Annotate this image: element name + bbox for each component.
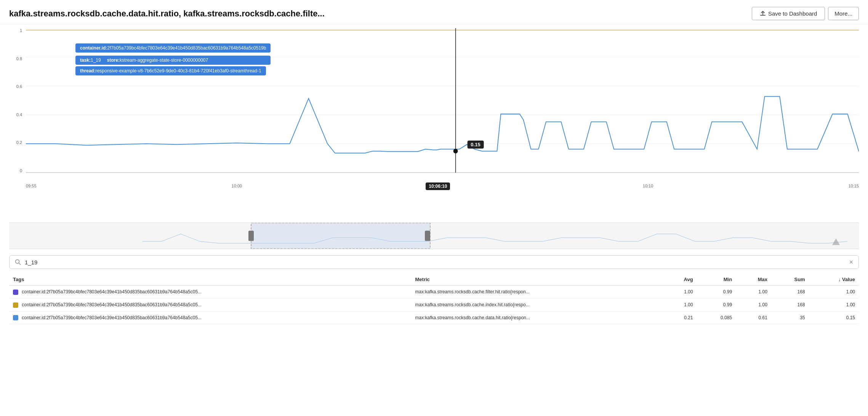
cell-tags-1: container.id:2f7b05a739bc4bfec7803e64c39… — [9, 298, 412, 311]
col-header-value: ↓ Value — [809, 274, 859, 286]
col-header-tags: Tags — [9, 274, 412, 286]
cell-sum-1: 168 — [771, 298, 809, 311]
upload-icon — [760, 11, 766, 17]
svg-rect-13 — [425, 230, 430, 241]
tooltip: container.id:2f7b05a739bc4bfec7803e64c39… — [75, 43, 271, 75]
chart-area: 1 0.8 0.6 0.4 0.2 0 — [0, 24, 868, 222]
tooltip-container-id: container.id:2f7b05a739bc4bfec7803e64c39… — [75, 43, 271, 53]
y-label-04: 0.4 — [16, 112, 22, 117]
more-button[interactable]: More... — [828, 7, 859, 20]
cell-min-2: 0.085 — [697, 311, 736, 324]
crosshair-value-badge: 0.15 — [467, 141, 484, 149]
svg-rect-10 — [9, 223, 859, 249]
y-label-0: 0 — [20, 168, 22, 173]
table-row[interactable]: container.id:2f7b05a739bc4bfec7803e64c39… — [9, 298, 859, 311]
crosshair-time-label: 10:06:10 — [426, 182, 450, 190]
y-label-08: 0.8 — [16, 56, 22, 61]
cell-avg-0: 1.00 — [662, 286, 697, 299]
search-section: × — [9, 255, 859, 269]
svg-rect-12 — [248, 230, 254, 241]
svg-line-16 — [19, 263, 21, 265]
x-label-1010: 10:10 — [643, 184, 653, 188]
x-label-1000: 10:00 — [232, 184, 242, 188]
tooltip-task-store: task:1_19 store:kstream-aggregate-state-… — [75, 56, 271, 65]
cell-sum-0: 168 — [771, 286, 809, 299]
y-label-1: 1 — [20, 28, 22, 33]
color-swatch-1 — [13, 302, 18, 308]
cell-value-0: 1.00 — [809, 286, 859, 299]
search-input[interactable] — [25, 259, 845, 266]
col-header-avg: Avg — [662, 274, 697, 286]
cell-metric-2: max:kafka.streams.rocksdb.cache.data.hit… — [412, 311, 663, 324]
clear-search-button[interactable]: × — [849, 259, 853, 266]
table-header-row: Tags Metric Avg Min Max Sum ↓ Value — [9, 274, 859, 286]
cell-tags-2: container.id:2f7b05a739bc4bfec7803e64c39… — [9, 311, 412, 324]
chart-plot: container.id:2f7b05a739bc4bfec7803e64c39… — [26, 28, 859, 173]
header-actions: Save to Dashboard More... — [752, 7, 859, 20]
x-label-1015: 10:15 — [848, 184, 859, 188]
cell-sum-2: 35 — [771, 311, 809, 324]
page-title: kafka.streams.rocksdb.cache.data.hit.rat… — [9, 9, 752, 19]
navigator-svg — [9, 223, 859, 249]
cell-min-0: 0.99 — [697, 286, 736, 299]
cell-max-0: 1.00 — [736, 286, 771, 299]
y-label-06: 0.6 — [16, 84, 22, 89]
cell-max-1: 1.00 — [736, 298, 771, 311]
chart-container: 1 0.8 0.6 0.4 0.2 0 — [9, 28, 859, 192]
col-header-max: Max — [736, 274, 771, 286]
col-header-metric: Metric — [412, 274, 663, 286]
svg-rect-0 — [760, 15, 766, 16]
svg-point-9 — [453, 149, 458, 154]
cell-value-2: 0.15 — [809, 311, 859, 324]
x-label-0955: 09:55 — [26, 184, 37, 188]
metrics-table: Tags Metric Avg Min Max Sum ↓ Value cont… — [9, 274, 859, 324]
cell-metric-1: max:kafka.streams.rocksdb.cache.index.hi… — [412, 298, 663, 311]
tooltip-thread: thread:responsive-example-v8-7b6c52e9-9d… — [75, 66, 266, 75]
save-to-dashboard-button[interactable]: Save to Dashboard — [752, 7, 825, 20]
col-header-min: Min — [697, 274, 736, 286]
cell-max-2: 0.61 — [736, 311, 771, 324]
search-icon — [15, 259, 21, 265]
color-swatch-2 — [13, 315, 18, 320]
page-header: kafka.streams.rocksdb.cache.data.hit.rat… — [0, 0, 868, 24]
cell-tags-0: container.id:2f7b05a739bc4bfec7803e64c39… — [9, 286, 412, 299]
svg-rect-11 — [251, 223, 430, 249]
cell-metric-0: max:kafka.streams.rocksdb.cache.filter.h… — [412, 286, 663, 299]
x-axis: 09:55 10:00 10:05 10:06:10 10:10 10:15 — [26, 184, 859, 188]
table-row[interactable]: container.id:2f7b05a739bc4bfec7803e64c39… — [9, 311, 859, 324]
cell-avg-2: 0.21 — [662, 311, 697, 324]
table-row[interactable]: container.id:2f7b05a739bc4bfec7803e64c39… — [9, 286, 859, 299]
color-swatch-0 — [13, 290, 18, 295]
chart-navigator[interactable] — [9, 222, 859, 249]
y-axis: 1 0.8 0.6 0.4 0.2 0 — [9, 28, 24, 173]
cell-min-1: 0.99 — [697, 298, 736, 311]
search-bar[interactable]: × — [9, 255, 859, 269]
cell-avg-1: 1.00 — [662, 298, 697, 311]
y-label-02: 0.2 — [16, 140, 22, 145]
col-header-sum: Sum — [771, 274, 809, 286]
cell-value-1: 1.00 — [809, 298, 859, 311]
